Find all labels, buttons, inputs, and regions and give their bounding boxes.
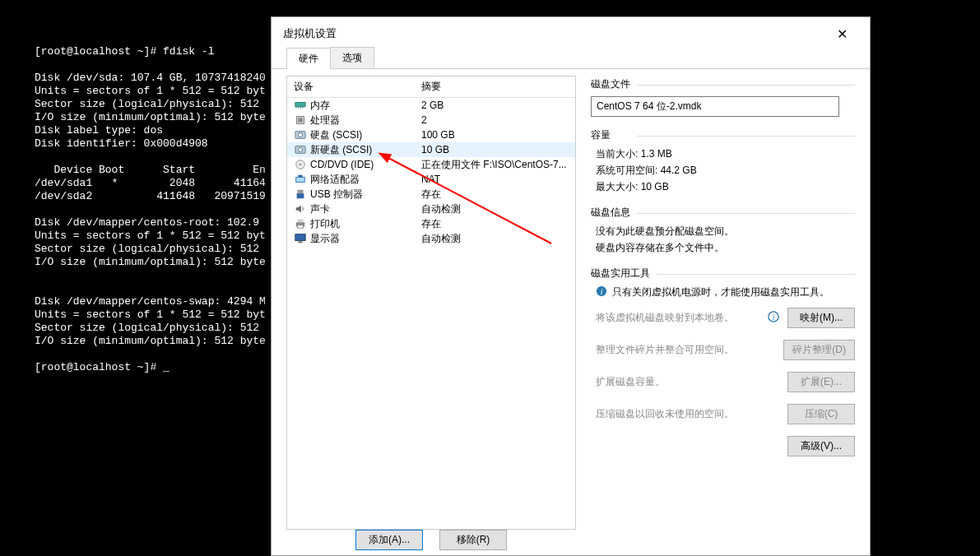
group-disk-file: 磁盘文件 <box>591 77 855 91</box>
hardware-label: 打印机 <box>310 217 421 231</box>
svg-rect-20 <box>295 234 305 241</box>
disk-icon <box>294 129 307 141</box>
hardware-label: 内存 <box>310 99 421 113</box>
col-summary: 摘要 <box>421 80 569 94</box>
memory-icon <box>294 100 307 111</box>
tools-note: i 只有关闭虚拟机电源时，才能使用磁盘实用工具。 <box>596 285 855 299</box>
svg-rect-13 <box>296 177 305 182</box>
net-icon <box>294 174 307 185</box>
svg-rect-4 <box>303 107 304 109</box>
titlebar: 虚拟机设置 ✕ <box>272 17 870 50</box>
hardware-row[interactable]: 打印机存在 <box>287 216 575 231</box>
hardware-summary: 2 <box>421 114 569 126</box>
hardware-label: CD/DVD (IDE) <box>310 159 421 170</box>
compact-button[interactable]: 压缩(C) <box>787 404 855 424</box>
hardware-label: 处理器 <box>310 114 421 127</box>
hardware-row[interactable]: CD/DVD (IDE)正在使用文件 F:\ISO\CentOS-7... <box>287 157 575 172</box>
expand-desc: 扩展磁盘容量。 <box>596 375 787 389</box>
close-button[interactable]: ✕ <box>825 17 858 50</box>
defrag-desc: 整理文件碎片并整合可用空间。 <box>596 343 783 357</box>
hardware-row[interactable]: 网络适配器NAT <box>287 172 575 187</box>
svg-rect-16 <box>297 193 304 198</box>
disk-file-field[interactable]: CentOS 7 64 位-2.vmdk <box>591 96 839 117</box>
hardware-row[interactable]: 处理器2 <box>287 113 575 127</box>
svg-rect-3 <box>300 107 301 109</box>
capacity-free: 系统可用空间: 44.2 GB <box>596 164 855 178</box>
group-tools: 磁盘实用工具 <box>591 266 855 280</box>
remove-button[interactable]: 移除(R) <box>439 530 507 550</box>
svg-rect-18 <box>298 220 304 223</box>
hardware-summary: NAT <box>421 174 569 185</box>
svg-rect-21 <box>298 242 302 243</box>
col-device: 设备 <box>294 80 421 94</box>
hardware-list[interactable]: 内存2 GB处理器2硬盘 (SCSI)100 GB新硬盘 (SCSI)10 GB… <box>287 98 575 529</box>
help-icon[interactable]: i <box>768 311 779 325</box>
close-icon: ✕ <box>837 26 848 42</box>
tabs: 硬件 选项 <box>272 47 870 69</box>
expand-button[interactable]: 扩展(E)... <box>787 372 855 392</box>
hardware-label: USB 控制器 <box>310 188 421 202</box>
hardware-summary: 自动检测 <box>421 232 569 246</box>
hardware-list-header: 设备 摘要 <box>287 76 575 98</box>
hardware-label: 新硬盘 (SCSI) <box>310 143 421 157</box>
hardware-summary: 正在使用文件 F:\ISO\CentOS-7... <box>421 158 569 172</box>
hardware-label: 显示器 <box>310 232 421 246</box>
svg-rect-15 <box>298 190 304 193</box>
usb-icon <box>294 188 307 200</box>
hardware-row[interactable]: 新硬盘 (SCSI)10 GB <box>287 142 575 157</box>
sound-icon <box>294 203 307 215</box>
svg-rect-0 <box>295 103 305 107</box>
hardware-summary: 10 GB <box>421 144 569 155</box>
svg-point-10 <box>298 147 302 151</box>
hardware-summary: 存在 <box>421 188 569 202</box>
defrag-button[interactable]: 碎片整理(D) <box>783 340 855 360</box>
tab-hardware[interactable]: 硬件 <box>286 48 331 69</box>
advanced-button[interactable]: 高级(V)... <box>787 436 855 456</box>
svg-rect-19 <box>298 225 304 229</box>
hardware-summary: 2 GB <box>421 100 569 111</box>
disk-info-2: 硬盘内容存储在多个文件中。 <box>596 241 855 255</box>
map-desc: 将该虚拟机磁盘映射到本地卷。 <box>596 311 768 325</box>
display-icon <box>294 233 307 244</box>
hardware-row[interactable]: 显示器自动检测 <box>287 231 575 246</box>
capacity-current: 当前大小: 1.3 MB <box>596 147 855 161</box>
hardware-label: 声卡 <box>310 202 421 216</box>
dialog-title: 虚拟机设置 <box>283 26 825 41</box>
hardware-row[interactable]: 硬盘 (SCSI)100 GB <box>287 127 575 142</box>
svg-text:i: i <box>773 313 775 322</box>
svg-point-8 <box>298 132 302 137</box>
cpu-icon <box>294 114 307 126</box>
disk-icon <box>294 144 307 155</box>
capacity-max: 最大大小: 10 GB <box>596 180 855 194</box>
hardware-list-panel: 设备 摘要 内存2 GB处理器2硬盘 (SCSI)100 GB新硬盘 (SCSI… <box>286 76 576 530</box>
info-icon: i <box>596 285 607 299</box>
vm-settings-dialog: 虚拟机设置 ✕ 硬件 选项 设备 摘要 内存2 GB处理器2硬盘 (SCSI)1… <box>271 16 871 556</box>
cd-icon <box>294 159 307 170</box>
hardware-summary: 存在 <box>421 217 569 231</box>
printer-icon <box>294 218 307 229</box>
hardware-label: 网络适配器 <box>310 173 421 187</box>
hardware-row[interactable]: 内存2 GB <box>287 98 575 113</box>
map-button[interactable]: 映射(M)... <box>787 308 855 328</box>
hardware-summary: 自动检测 <box>421 202 569 216</box>
hardware-label: 硬盘 (SCSI) <box>310 128 421 142</box>
svg-rect-14 <box>298 175 302 178</box>
hardware-row[interactable]: 声卡自动检测 <box>287 202 575 216</box>
compact-desc: 压缩磁盘以回收未使用的空间。 <box>596 407 787 421</box>
group-capacity: 容量 <box>591 128 855 142</box>
svg-text:i: i <box>601 287 603 296</box>
tab-options[interactable]: 选项 <box>330 47 374 68</box>
hardware-summary: 100 GB <box>421 129 569 141</box>
svg-rect-6 <box>298 118 302 122</box>
disk-info-1: 没有为此硬盘预分配磁盘空间。 <box>596 225 855 239</box>
svg-rect-1 <box>296 107 297 109</box>
add-button[interactable]: 添加(A)... <box>355 530 423 550</box>
group-disk-info: 磁盘信息 <box>591 206 855 220</box>
svg-rect-2 <box>298 107 299 109</box>
svg-point-12 <box>300 164 302 166</box>
detail-panel: 磁盘文件 CentOS 7 64 位-2.vmdk 容量 当前大小: 1.3 M… <box>591 76 855 530</box>
hardware-row[interactable]: USB 控制器存在 <box>287 187 575 202</box>
